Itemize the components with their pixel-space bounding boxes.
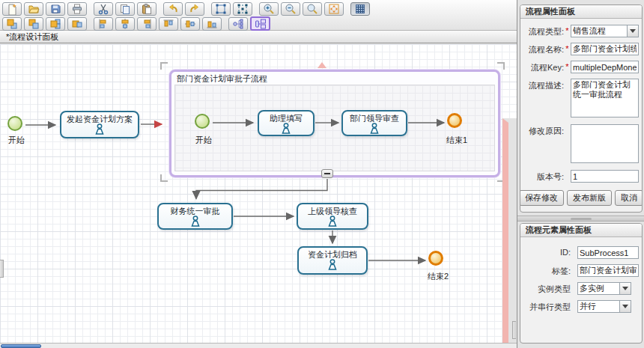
user-icon <box>368 123 381 134</box>
element-tag-label: 标签: <box>523 264 571 277</box>
auto-layout-horizontal-icon <box>255 18 267 30</box>
chevron-down-icon <box>622 287 628 290</box>
task-finance-approve[interactable]: 财务统一审批 <box>157 203 233 230</box>
process-desc-label: 流程描述: <box>523 79 564 91</box>
task-initiate-plan-label: 发起资金计划方案 <box>67 115 133 123</box>
connection-point-right-icon <box>502 118 517 343</box>
process-key-input[interactable] <box>571 61 639 73</box>
multi-select-button[interactable] <box>233 2 252 16</box>
start-event-1[interactable] <box>7 116 22 131</box>
chevron-down-icon <box>630 29 636 33</box>
subprocess-collapse-button[interactable] <box>321 169 333 178</box>
task-initiate-plan[interactable]: 发起资金计划方案 <box>60 111 139 138</box>
task-plan-archive-label: 资金计划归档 <box>308 250 357 259</box>
end-event-1[interactable] <box>447 113 462 128</box>
process-type-dropdown-button[interactable] <box>627 25 639 37</box>
required-marker: * <box>564 61 571 71</box>
process-properties-panel-title: 流程属性面板 <box>526 6 575 17</box>
zoom-in-button[interactable] <box>259 2 279 16</box>
redo-icon <box>189 3 201 15</box>
design-panel-tab-label: *流程设计面板 <box>6 31 58 43</box>
end-event-2[interactable] <box>428 251 443 266</box>
cancel-button[interactable]: 取消 <box>615 190 643 206</box>
resize-handle-top-left[interactable] <box>160 62 168 70</box>
publish-new-version-button[interactable]: 发布新版 <box>567 190 612 206</box>
redo-button[interactable] <box>185 2 204 16</box>
save-changes-button[interactable]: 保存修改 <box>520 190 564 206</box>
print-icon <box>71 3 83 15</box>
modify-reason-textarea[interactable] <box>571 124 639 163</box>
zoom-search-icon <box>306 3 318 15</box>
bring-to-front-button[interactable] <box>2 17 22 31</box>
user-icon <box>326 259 339 270</box>
resize-handle-top-right[interactable] <box>497 62 505 70</box>
version-input[interactable] <box>571 170 639 183</box>
cut-button[interactable] <box>94 2 113 16</box>
copy-button[interactable] <box>115 2 135 16</box>
chevron-down-icon <box>622 305 628 308</box>
send-to-back-button[interactable] <box>24 17 43 31</box>
horizontal-scrollbar-thumb[interactable] <box>1 344 41 348</box>
resize-handle-bottom-left[interactable] <box>160 174 168 182</box>
left-collapse-grip[interactable] <box>0 260 4 278</box>
align-top-button[interactable] <box>159 17 178 31</box>
parallel-type-select[interactable] <box>577 300 619 313</box>
spacer <box>571 282 577 284</box>
process-type-label: 流程类型: <box>523 25 564 37</box>
cut-icon <box>97 3 109 15</box>
auto-layout-horizontal-button[interactable] <box>250 16 270 31</box>
align-middle-button[interactable] <box>180 17 200 31</box>
task-assistant-fill-label: 助理填写 <box>270 114 303 123</box>
start-event-2[interactable] <box>195 114 210 129</box>
parallel-type-dropdown-button[interactable] <box>619 300 631 313</box>
zoom-search-button[interactable] <box>303 2 322 16</box>
send-backward-button[interactable] <box>67 17 87 31</box>
panel-splitter[interactable] <box>517 216 644 222</box>
auto-layout-tree-button[interactable] <box>228 17 248 31</box>
print-button[interactable] <box>67 2 87 16</box>
send-backward-icon <box>71 18 83 30</box>
task-superior-check[interactable]: 上级领导核查 <box>297 203 368 230</box>
send-to-back-icon <box>28 18 40 30</box>
element-tag-input[interactable] <box>577 264 639 277</box>
instance-type-select[interactable] <box>577 282 619 295</box>
align-bottom-button[interactable] <box>202 17 222 31</box>
task-assistant-fill[interactable]: 助理填写 <box>258 110 315 136</box>
right-collapse-grip[interactable] <box>512 321 516 339</box>
required-marker: * <box>564 25 571 35</box>
paste-button[interactable] <box>137 2 157 16</box>
element-tag-row: 标签: <box>523 264 639 277</box>
grid-toggle-button[interactable] <box>350 2 370 16</box>
undo-button[interactable] <box>163 2 183 16</box>
minus-icon <box>324 173 330 174</box>
element-id-label: ID: <box>523 246 571 257</box>
task-dept-leader-review[interactable]: 部门领导审查 <box>341 110 407 136</box>
process-type-select[interactable] <box>571 25 627 37</box>
design-panel-tab[interactable]: *流程设计面板 <box>0 31 517 43</box>
design-canvas[interactable]: 部门资金计划审批子流程 开始 发起资金计划方案 开始 助理填写 部门领导审查 <box>0 44 517 343</box>
process-desc-textarea[interactable]: 多部门资金计划统一审批流程 <box>571 79 639 117</box>
align-left-button[interactable] <box>94 17 113 31</box>
multi-select-icon <box>237 3 249 15</box>
instance-type-dropdown-button[interactable] <box>619 282 631 295</box>
bring-to-front-icon <box>6 18 18 30</box>
element-id-input[interactable] <box>577 246 639 259</box>
zoom-out-button[interactable] <box>281 2 300 16</box>
bring-forward-button[interactable] <box>46 17 65 31</box>
fit-view-button[interactable] <box>324 2 344 16</box>
save-button[interactable] <box>46 2 65 16</box>
task-plan-archive[interactable]: 资金计划归档 <box>297 246 368 275</box>
horizontal-scrollbar[interactable] <box>0 343 517 348</box>
align-right-button[interactable] <box>137 17 157 31</box>
version-row: 版本号: <box>523 170 639 183</box>
open-folder-button[interactable] <box>24 2 43 16</box>
select-region-button[interactable] <box>211 2 231 16</box>
align-center-button[interactable] <box>115 17 135 31</box>
auto-layout-tree-icon <box>232 18 244 30</box>
toolbar-row-1 <box>2 1 514 16</box>
new-file-button[interactable] <box>2 2 22 16</box>
version-label: 版本号: <box>523 170 564 183</box>
spacer <box>571 246 577 248</box>
process-name-input[interactable] <box>571 43 639 55</box>
toolbar-row-2 <box>2 16 514 31</box>
